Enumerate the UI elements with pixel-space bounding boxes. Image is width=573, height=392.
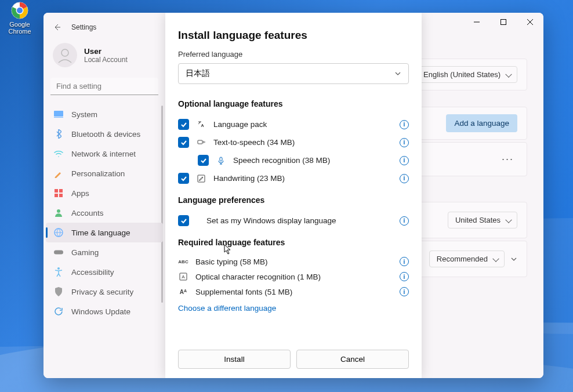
window-buttons xyxy=(463,13,543,31)
info-icon[interactable]: i xyxy=(400,156,409,165)
sidebar-item-label: Personalization xyxy=(71,169,125,178)
required-features-header: Required language features xyxy=(178,238,409,247)
sidebar-item-privacy[interactable]: Privacy & security xyxy=(46,282,163,302)
search-container xyxy=(50,78,158,95)
svg-point-11 xyxy=(57,209,60,213)
regional-select[interactable]: Recommended xyxy=(429,251,505,267)
sidebar-item-label: Time & language xyxy=(71,228,130,237)
sidebar-item-network[interactable]: Network & internet xyxy=(46,144,163,164)
svg-rect-9 xyxy=(55,194,58,197)
info-icon[interactable]: i xyxy=(400,257,409,266)
set-display-language-row: Set as my Windows display language i xyxy=(178,212,409,230)
desktop-icon-label: Google Chrome xyxy=(3,21,36,35)
cancel-button[interactable]: Cancel xyxy=(296,350,409,369)
feature-label: Optical character recognition (1 MB) xyxy=(195,273,393,281)
personalization-icon xyxy=(54,169,63,178)
abc-icon: ABC xyxy=(178,259,188,264)
svg-rect-20 xyxy=(220,157,222,161)
sidebar-item-label: Apps xyxy=(71,189,89,198)
optional-features-header: Optional language features xyxy=(178,99,409,108)
accounts-icon xyxy=(54,208,63,217)
preferred-language-label: Preferred language xyxy=(178,50,409,59)
privacy-icon xyxy=(54,287,63,296)
feature-handwriting: Handwriting (23 MB) i xyxy=(178,169,409,187)
settings-window: Settings User Local Account SystemBlueto… xyxy=(43,13,543,378)
feature-speech: Speech recognition (38 MB) i xyxy=(178,151,409,169)
required-ocr: A Optical character recognition (1 MB) i xyxy=(178,269,409,284)
desktop-icon-chrome[interactable]: Google Chrome xyxy=(3,1,36,35)
required-typing: ABC Basic typing (58 MB) i xyxy=(178,254,409,269)
sidebar-item-label: System xyxy=(71,110,97,119)
info-icon[interactable]: i xyxy=(400,216,409,226)
sidebar-item-bluetooth[interactable]: Bluetooth & devices xyxy=(46,124,163,144)
chevron-down-icon[interactable] xyxy=(510,256,517,263)
handwriting-icon xyxy=(196,173,206,184)
sidebar-item-label: Bluetooth & devices xyxy=(71,130,140,139)
sidebar-item-label: Privacy & security xyxy=(71,288,133,296)
sidebar: Settings User Local Account SystemBlueto… xyxy=(43,13,165,378)
user-name: User xyxy=(84,47,128,56)
ocr-icon: A xyxy=(178,273,188,281)
preferred-language-select[interactable]: 日本語 xyxy=(178,63,409,84)
accessibility-icon xyxy=(54,267,63,277)
svg-text:A: A xyxy=(182,274,185,280)
sidebar-item-gaming[interactable]: Gaming xyxy=(46,242,163,262)
country-select[interactable]: United States xyxy=(448,212,517,228)
display-language-select[interactable]: English (United States) xyxy=(416,66,517,83)
minimize-button[interactable] xyxy=(463,13,490,31)
settings-label: Settings xyxy=(71,23,96,31)
sidebar-item-update[interactable]: Windows Update xyxy=(46,302,163,321)
checkbox-language-pack[interactable] xyxy=(178,119,189,130)
sidebar-item-accessibility[interactable]: Accessibility xyxy=(46,262,163,282)
sidebar-item-apps[interactable]: Apps xyxy=(46,183,163,203)
sidebar-item-label: Accounts xyxy=(71,209,104,217)
install-button[interactable]: Install xyxy=(178,350,291,369)
language-preferences-header: Language preferences xyxy=(178,195,409,205)
checkbox-handwriting[interactable] xyxy=(178,173,189,184)
gaming-icon xyxy=(54,248,63,257)
checkbox-speech[interactable] xyxy=(198,155,209,166)
feature-label: Supplemental fonts (51 MB) xyxy=(195,288,393,296)
chevron-down-icon xyxy=(394,70,401,77)
sidebar-item-personalization[interactable]: Personalization xyxy=(46,164,163,183)
svg-point-4 xyxy=(61,49,68,56)
sidebar-item-label: Network & internet xyxy=(71,150,136,158)
user-block[interactable]: User Local Account xyxy=(43,39,165,75)
checkbox-tts[interactable] xyxy=(178,137,189,148)
sidebar-item-time[interactable]: Time & language xyxy=(46,223,163,242)
add-language-button[interactable]: Add a language xyxy=(446,114,517,132)
svg-rect-6 xyxy=(54,117,63,118)
feature-label: Language pack xyxy=(213,120,393,129)
back-button[interactable] xyxy=(53,23,61,31)
language-pack-icon xyxy=(196,119,206,130)
maximize-button[interactable] xyxy=(490,13,517,31)
fonts-icon: AA xyxy=(178,289,188,295)
feature-language-pack: Language pack i xyxy=(178,115,409,133)
dialog-title: Install language features xyxy=(178,29,409,42)
info-icon[interactable]: i xyxy=(400,174,409,183)
close-button[interactable] xyxy=(517,13,543,31)
info-icon[interactable]: i xyxy=(400,272,409,281)
choose-different-language-link[interactable]: Choose a different language xyxy=(178,304,409,313)
time-icon xyxy=(54,228,63,237)
info-icon[interactable]: i xyxy=(400,287,409,296)
tts-icon xyxy=(196,137,206,148)
sidebar-item-system[interactable]: System xyxy=(46,104,163,124)
feature-label: Set as my Windows display language xyxy=(206,216,393,225)
search-input[interactable] xyxy=(50,78,158,95)
svg-rect-8 xyxy=(59,189,63,193)
selected-language: 日本語 xyxy=(186,68,210,79)
sidebar-item-label: Accessibility xyxy=(71,268,114,277)
svg-rect-7 xyxy=(55,189,58,193)
sidebar-item-accounts[interactable]: Accounts xyxy=(46,203,163,223)
language-more-button[interactable]: ··· xyxy=(498,153,517,165)
network-icon xyxy=(54,149,63,158)
info-icon[interactable]: i xyxy=(400,138,409,147)
svg-rect-19 xyxy=(198,140,202,144)
required-fonts: AA Supplemental fonts (51 MB) i xyxy=(178,284,409,299)
info-icon[interactable]: i xyxy=(400,120,409,129)
user-type: Local Account xyxy=(84,56,128,64)
svg-rect-10 xyxy=(59,194,63,197)
checkbox-set-display[interactable] xyxy=(178,215,189,226)
feature-label: Handwriting (23 MB) xyxy=(213,174,393,183)
